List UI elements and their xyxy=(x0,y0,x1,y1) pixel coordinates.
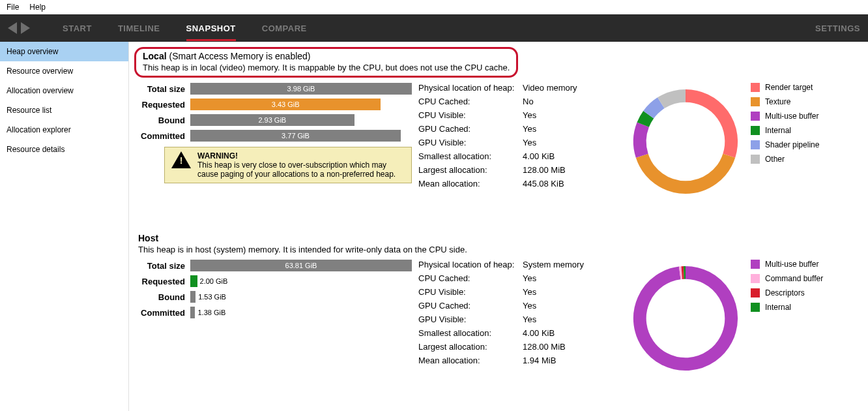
tab-snapshot[interactable]: SNAPSHOT xyxy=(186,16,236,41)
heap-local-legend: Render targetTextureMulti-use bufferInte… xyxy=(751,83,868,169)
tab-settings[interactable]: SETTINGS xyxy=(815,23,860,33)
heap-host: Host This heap is in host (system) memor… xyxy=(138,233,868,377)
heap-host-bars: Total size 63.81 GiB Requested 2.00 GiB xyxy=(138,260,412,322)
heap-host-info: Physical location of heap:System memory … xyxy=(418,260,620,369)
warning-body: This heap is very close to over-subscrip… xyxy=(197,160,405,179)
sidebar-item-resource-details[interactable]: Resource details xyxy=(0,140,128,159)
legend-label: Multi-use buffer xyxy=(765,112,818,121)
heap-local: Local (Smart Access Memory is enabled) T… xyxy=(138,47,868,200)
heap-local-bars: Total size 3.98 GiB Requested 3.43 GiB B… xyxy=(138,83,412,183)
bar-committed: 3.77 GiB xyxy=(190,130,412,142)
sidebar-item-allocation-explorer[interactable]: Allocation explorer xyxy=(0,120,128,140)
legend-swatch xyxy=(751,274,760,283)
legend-swatch xyxy=(751,126,760,135)
legend-swatch xyxy=(751,83,760,92)
sidebar: Heap overview Resource overview Allocati… xyxy=(0,42,129,411)
bar-host-committed-label: Committed xyxy=(138,308,190,318)
bar-total: 3.98 GiB xyxy=(190,83,412,95)
tab-compare[interactable]: COMPARE xyxy=(262,16,307,41)
legend-swatch xyxy=(751,112,760,121)
legend-item: Descriptors xyxy=(751,288,868,297)
bar-total-label: Total size xyxy=(138,84,190,94)
top-nav-bar: START TIMELINE SNAPSHOT COMPARE SETTINGS xyxy=(0,14,868,42)
sidebar-item-resource-overview[interactable]: Resource overview xyxy=(0,61,128,81)
main-content: Local (Smart Access Memory is enabled) T… xyxy=(129,42,868,411)
legend-item: Internal xyxy=(751,126,868,135)
bar-requested: 3.43 GiB xyxy=(190,99,412,110)
annotation-highlight: Local (Smart Access Memory is enabled) T… xyxy=(134,47,518,78)
nav-forward-icon[interactable] xyxy=(21,22,30,34)
bar-bound-label: Bound xyxy=(138,115,190,125)
legend-item: Shader pipeline xyxy=(751,140,868,149)
heap-host-legend: Multi-use bufferCommand bufferDescriptor… xyxy=(751,260,868,317)
heap-local-title: Local (Smart Access Memory is enabled) xyxy=(143,51,510,61)
legend-item: Command buffer xyxy=(751,274,868,283)
legend-item: Multi-use buffer xyxy=(751,260,868,269)
legend-item: Multi-use buffer xyxy=(751,112,868,121)
legend-label: Render target xyxy=(765,83,813,92)
bar-host-bound: 1.53 GiB xyxy=(190,291,412,303)
menu-bar: File Help xyxy=(0,0,868,14)
legend-item: Texture xyxy=(751,97,868,106)
tab-timeline[interactable]: TIMELINE xyxy=(118,16,160,41)
legend-label: Texture xyxy=(765,97,790,106)
legend-swatch xyxy=(751,97,760,106)
legend-item: Internal xyxy=(751,303,868,312)
bar-requested-label: Requested xyxy=(138,100,190,110)
warning-title: WARNING! xyxy=(197,151,405,160)
menu-help[interactable]: Help xyxy=(29,3,46,12)
legend-label: Descriptors xyxy=(765,288,805,297)
heap-local-info: Physical location of heap:Video memory C… xyxy=(418,83,620,192)
tab-start[interactable]: START xyxy=(63,16,92,41)
legend-swatch xyxy=(751,288,760,297)
sidebar-item-resource-list[interactable]: Resource list xyxy=(0,100,128,120)
heap-local-donut xyxy=(620,83,751,200)
bar-host-requested-label: Requested xyxy=(138,277,190,286)
heap-local-desc: This heap is in local (video) memory. It… xyxy=(143,63,510,72)
bar-host-committed: 1.38 GiB xyxy=(190,307,412,318)
bar-bound: 2.93 GiB xyxy=(190,114,412,126)
menu-file[interactable]: File xyxy=(7,3,19,12)
legend-swatch xyxy=(751,303,760,312)
heap-host-title: Host xyxy=(138,233,868,243)
legend-label: Other xyxy=(765,155,785,164)
legend-label: Multi-use buffer xyxy=(765,260,818,269)
heap-host-desc: This heap is in host (system) memory. It… xyxy=(138,245,868,254)
legend-item: Other xyxy=(751,155,868,164)
bar-host-bound-label: Bound xyxy=(138,292,190,302)
legend-label: Command buffer xyxy=(765,274,823,283)
sidebar-item-allocation-overview[interactable]: Allocation overview xyxy=(0,81,128,100)
legend-label: Internal xyxy=(765,303,791,312)
nav-back-icon[interactable] xyxy=(8,22,17,34)
heap-host-donut xyxy=(620,260,751,377)
legend-label: Shader pipeline xyxy=(765,140,819,149)
bar-committed-label: Committed xyxy=(138,131,190,141)
legend-item: Render target xyxy=(751,83,868,92)
warning-icon: ! xyxy=(171,151,191,168)
legend-label: Internal xyxy=(765,126,791,135)
warning-box: ! WARNING! This heap is very close to ov… xyxy=(164,147,412,183)
bar-host-requested: 2.00 GiB xyxy=(190,275,412,287)
bar-host-total: 63.81 GiB xyxy=(190,260,412,271)
legend-swatch xyxy=(751,155,760,164)
bar-host-total-label: Total size xyxy=(138,261,190,271)
sidebar-item-heap-overview[interactable]: Heap overview xyxy=(0,42,128,61)
legend-swatch xyxy=(751,260,760,269)
legend-swatch xyxy=(751,140,760,149)
